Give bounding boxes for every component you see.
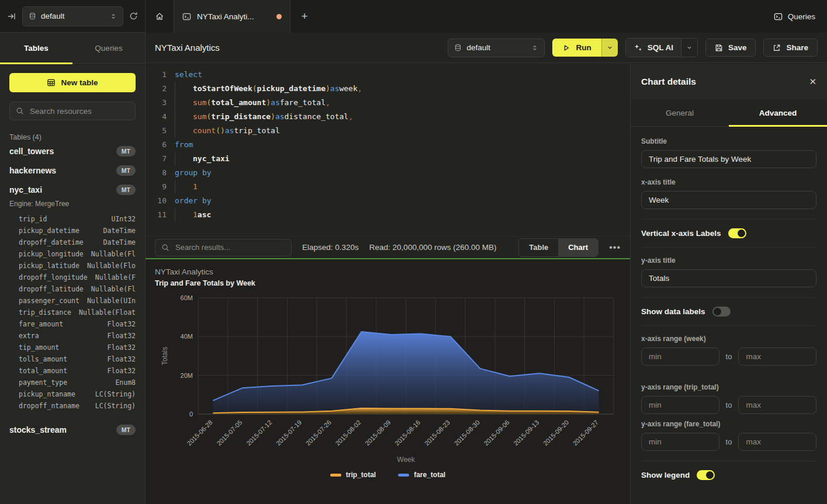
table-name: nyc_taxi <box>9 185 42 194</box>
results-search-input[interactable] <box>174 242 285 252</box>
column-row[interactable]: dropoff_longitudeNullable(F <box>9 272 136 283</box>
column-name: total_amount <box>19 367 67 375</box>
topbar-spacer <box>319 0 762 33</box>
yaxis-range-fare-max-input[interactable] <box>738 433 816 451</box>
code-line[interactable]: 3sum(total_amount) as fare_total, <box>146 96 630 110</box>
sql-editor[interactable]: 1select2toStartOfWeek(pickup_datetime) a… <box>146 63 630 236</box>
view-toggle: Table Chart <box>518 238 598 257</box>
range-to-label: to <box>726 401 732 409</box>
column-row[interactable]: dropoff_datetimeDateTime <box>9 237 136 248</box>
refresh-icon[interactable] <box>129 12 138 20</box>
code-line[interactable]: 10order by <box>146 194 630 208</box>
indent-guide <box>175 208 193 222</box>
more-options-icon[interactable]: ••• <box>609 242 621 253</box>
new-table-button[interactable]: New table <box>9 73 136 92</box>
column-row[interactable]: pickup_latitudeNullable(Flo <box>9 260 136 272</box>
save-button[interactable]: Save <box>705 39 756 57</box>
sidebar-tab-queries[interactable]: Queries <box>72 33 145 63</box>
column-row[interactable]: fare_amountFloat32 <box>9 318 136 330</box>
tab-general[interactable]: General <box>631 100 729 126</box>
column-row[interactable]: trip_idUInt32 <box>9 213 136 225</box>
svg-text:2015-07-05: 2015-07-05 <box>215 419 243 447</box>
database-icon <box>29 12 36 20</box>
column-type: Nullable(UIn <box>87 297 136 305</box>
xaxis-title-field: x-axis title <box>641 178 816 209</box>
run-button-group: Run <box>552 39 617 57</box>
sql-ai-button[interactable]: SQL AI <box>626 39 681 57</box>
column-row[interactable]: payment_typeEnum8 <box>9 377 136 388</box>
column-row[interactable]: pickup_longitudeNullable(Fl <box>9 248 136 260</box>
code-line[interactable]: 5count() as trip_total <box>146 124 630 138</box>
queries-button[interactable]: Queries <box>762 0 827 33</box>
code-line[interactable]: 6from <box>146 138 630 152</box>
area-chart[interactable]: 020M40M60M2015-06-282015-07-052015-07-12… <box>146 260 630 504</box>
column-type: Nullable(Fl <box>91 285 136 293</box>
table-row[interactable]: nyc_taxiMT <box>9 180 136 199</box>
yaxis-range-fare-min-input[interactable] <box>641 433 719 451</box>
table-row[interactable]: stocks_streamMT <box>9 420 136 439</box>
sql-ai-options-button[interactable] <box>681 39 697 57</box>
column-row[interactable]: pickup_datetimeDateTime <box>9 225 136 237</box>
code-line[interactable]: 7nyc_taxi <box>146 152 630 166</box>
yaxis-range-trip-label: y-axis range (trip_total) <box>641 383 816 391</box>
query-tab[interactable]: NYTaxi Analyti... <box>174 0 290 33</box>
code-line[interactable]: 8group by <box>146 166 630 180</box>
column-row[interactable]: extraFloat32 <box>9 330 136 342</box>
code-token: ) <box>271 110 275 124</box>
code-line[interactable]: 111 asc <box>146 208 630 222</box>
table-row[interactable]: cell_towersMT <box>9 141 136 161</box>
view-toggle-chart[interactable]: Chart <box>558 239 598 256</box>
xaxis-range-max-input[interactable] <box>738 347 816 366</box>
view-toggle-table[interactable]: Table <box>519 239 558 256</box>
line-number: 2 <box>146 82 175 96</box>
column-type: LC(String) <box>95 402 136 410</box>
column-name: payment_type <box>19 378 67 387</box>
legend-item[interactable]: trip_total <box>330 471 376 479</box>
line-number: 6 <box>146 138 175 152</box>
column-row[interactable]: pickup_ntanameLC(String) <box>9 388 136 400</box>
svg-text:2015-08-09: 2015-08-09 <box>364 419 392 447</box>
code-line[interactable]: 2toStartOfWeek(pickup_datetime) as week, <box>146 82 630 96</box>
run-button[interactable]: Run <box>552 39 601 57</box>
svg-text:0: 0 <box>189 411 193 418</box>
run-options-button[interactable] <box>601 39 618 57</box>
column-row[interactable]: dropoff_latitudeNullable(Fl <box>9 283 136 295</box>
yaxis-range-trip-max-input[interactable] <box>738 396 816 414</box>
subtitle-input[interactable] <box>641 150 816 168</box>
yaxis-range-trip-min-input[interactable] <box>641 396 719 414</box>
xaxis-range-min-input[interactable] <box>641 347 719 366</box>
data-labels-toggle[interactable] <box>712 307 731 317</box>
legend-item[interactable]: fare_total <box>398 471 445 479</box>
show-legend-toggle[interactable] <box>697 470 715 480</box>
column-name: pickup_latitude <box>19 262 79 270</box>
vertical-labels-toggle[interactable] <box>728 228 746 238</box>
toolbar-database-selector[interactable]: default <box>448 39 545 57</box>
collapse-sidebar-icon[interactable] <box>7 12 16 21</box>
new-tab-button[interactable]: + <box>290 0 319 33</box>
column-name: tip_amount <box>19 343 59 352</box>
tab-advanced[interactable]: Advanced <box>729 100 827 126</box>
column-row[interactable]: trip_distanceNullable(Float <box>9 307 136 318</box>
code-line[interactable]: 1select <box>146 68 630 82</box>
column-row[interactable]: dropoff_ntanameLC(String) <box>9 400 136 412</box>
close-icon[interactable]: ✕ <box>809 77 816 87</box>
column-row[interactable]: total_amountFloat32 <box>9 365 136 377</box>
home-tab[interactable] <box>146 0 174 33</box>
column-row[interactable]: tip_amountFloat32 <box>9 342 136 353</box>
resource-search-input[interactable] <box>29 106 134 116</box>
yaxis-title-input[interactable] <box>641 269 816 287</box>
code-line[interactable]: 91 <box>146 180 630 194</box>
table-row[interactable]: hackernewsMT <box>9 161 136 180</box>
svg-text:2015-09-27: 2015-09-27 <box>572 419 600 447</box>
share-button[interactable]: Share <box>763 39 818 57</box>
subtitle-field-label: Subtitle <box>641 137 816 145</box>
code-line[interactable]: 4sum(trip_distance) as distance_total, <box>146 110 630 124</box>
column-row[interactable]: passenger_countNullable(UIn <box>9 295 136 307</box>
database-selector[interactable]: default <box>22 6 123 26</box>
spacer <box>641 376 816 383</box>
xaxis-title-input[interactable] <box>641 191 816 209</box>
play-icon <box>562 44 570 52</box>
column-row[interactable]: tolls_amountFloat32 <box>9 353 136 365</box>
sidebar-tab-tables[interactable]: Tables <box>0 33 72 63</box>
data-labels-row: Show data labels <box>641 307 816 317</box>
